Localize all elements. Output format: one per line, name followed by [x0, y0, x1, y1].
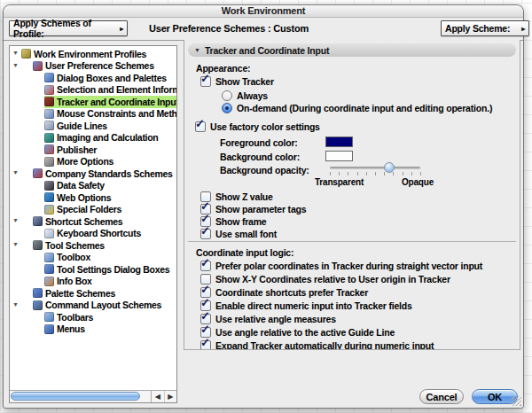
scroll-right-arrow-icon[interactable]: ▶: [164, 391, 177, 402]
background-color-label: Background color:: [220, 152, 300, 162]
tracker-coordinate-icon: [44, 97, 54, 106]
tree-item-command-layout-schemes[interactable]: ▼Command Layout Schemes: [10, 300, 176, 312]
checkbox-use-relative-angle-measures[interactable]: Use relative angle measures: [200, 314, 336, 324]
tree-item-tool-settings-dialog-boxes[interactable]: Tool Settings Dialog Boxes: [10, 263, 176, 276]
tree-item-toolbox[interactable]: Toolbox: [10, 252, 176, 264]
tree-item-web-options[interactable]: Web Options: [10, 191, 176, 204]
tree-item-special-folders[interactable]: Special Folders: [10, 204, 176, 216]
panel-header[interactable]: ▼ Tracker and Coordinate Input: [188, 43, 516, 57]
tree-item-label: Company Standards Schemes: [45, 168, 173, 179]
tree-item-tracker-and-coordinate-input[interactable]: Tracker and Coordinate Input: [10, 96, 176, 108]
tree-horizontal-scrollbar[interactable]: ◀ ▶: [10, 390, 176, 402]
tree-item-palette-schemes[interactable]: Palette Schemes: [10, 287, 176, 300]
radio-always[interactable]: Always: [222, 90, 268, 101]
toolbox-grid-icon: [44, 253, 54, 262]
resize-grip-icon[interactable]: [512, 396, 521, 406]
apply-schemes-of-profile-label: Apply Schemes of Profile:: [13, 18, 114, 39]
tree-item-data-safety[interactable]: Data Safety: [10, 180, 176, 192]
foreground-color-swatch[interactable]: [325, 136, 353, 147]
checkbox-use-factory-color-settings[interactable]: Use factory color settings: [195, 121, 320, 132]
checkbox-show-x-y-coordinates-relative-to-user-or[interactable]: Show X-Y Coordinates relative to User or…: [200, 274, 450, 284]
tree-item-mouse-constraints-and-methods[interactable]: Mouse Constraints and Methods: [10, 108, 176, 121]
checkbox-prefer-polar-coordinates-in-tracker-duri[interactable]: Prefer polar coordinates in Tracker duri…: [200, 261, 482, 271]
radio-icon[interactable]: [222, 90, 232, 101]
tree-item-label: Mouse Constraints and Methods: [57, 108, 176, 119]
checkbox-show-frame[interactable]: Show frame: [200, 216, 267, 227]
panel-title: Tracker and Coordinate Input: [205, 45, 329, 56]
tree-item-selection-and-element-information[interactable]: Selection and Element Information: [10, 84, 176, 97]
tool-schemes-icon: [33, 240, 43, 250]
apply-schemes-of-profile-button[interactable]: Apply Schemes of Profile: ▸: [9, 20, 128, 36]
command-layout-icon: [33, 300, 43, 310]
work-environment-dialog: Work Environment Apply Schemes of Profil…: [3, 4, 524, 409]
dialog-boxes-icon: [44, 73, 54, 82]
disclosure-triangle-icon[interactable]: ▼: [12, 241, 19, 247]
tree-item-publisher[interactable]: Publisher: [10, 144, 176, 156]
slider-tick-marks: [330, 172, 421, 175]
menus-icon: [44, 324, 54, 334]
tree-item-imaging-and-calculation[interactable]: Imaging and Calculation: [10, 132, 176, 144]
user-preference-icon: [33, 61, 43, 71]
checkbox-show-parameter-tags[interactable]: Show parameter tags: [200, 204, 306, 214]
special-folders-icon: [44, 205, 54, 214]
tree-item-label: Toolbox: [57, 252, 90, 262]
checkbox-icon[interactable]: [200, 261, 211, 271]
checkbox-icon[interactable]: [200, 229, 211, 239]
foreground-color-label: Foreground color:: [220, 137, 298, 148]
tree-item-label: Info Box: [57, 276, 92, 286]
scroll-left-arrow-icon[interactable]: ◀: [152, 391, 164, 402]
tree-item-label: Special Folders: [57, 204, 121, 214]
tree-item-label: More Options: [57, 156, 113, 167]
checkbox-expand-tracker-automatically-during-nume[interactable]: Expand Tracker automatically during nume…: [200, 340, 434, 350]
tree-item-label: Tool Schemes: [45, 240, 105, 251]
tree-item-keyboard-shortcuts[interactable]: Keyboard Shortcuts: [10, 228, 176, 240]
more-options-icon: [44, 157, 54, 167]
shortcut-schemes-icon: [33, 216, 43, 226]
tree-item-tool-schemes[interactable]: ▼Tool Schemes: [10, 239, 176, 252]
scheme-tree-panel: ▼Work Environment Profiles▼User Preferen…: [9, 45, 177, 403]
tree-item-guide-lines[interactable]: Guide Lines: [10, 120, 176, 132]
checkbox-show-z-value[interactable]: Show Z value: [200, 191, 273, 202]
disclosure-triangle-icon[interactable]: ▼: [12, 169, 19, 175]
coordinate-section-label: Coordinate input logic:: [196, 247, 293, 258]
apply-scheme-label: Apply Scheme:: [445, 23, 510, 34]
background-color-swatch[interactable]: [325, 151, 353, 161]
tree-item-user-preference-schemes[interactable]: ▼User Preference Schemes: [10, 60, 176, 73]
checkbox-coordinate-shortcuts-prefer-tracker[interactable]: Coordinate shortcuts prefer Tracker: [200, 287, 368, 298]
disclosure-triangle-icon[interactable]: ▼: [12, 50, 19, 56]
toolbars-icon: [44, 312, 54, 322]
tree-item-shortcut-schemes[interactable]: ▼Shortcut Schemes: [10, 215, 176, 228]
apply-scheme-button[interactable]: Apply Scheme: ▸: [441, 20, 529, 36]
tree-item-company-standards-schemes[interactable]: ▼Company Standards Schemes: [10, 168, 176, 180]
checkbox-use-angle-relative-to-the-active-guide-l[interactable]: Use angle relative to the active Guide L…: [200, 327, 395, 338]
tree-item-menus[interactable]: Menus: [10, 323, 176, 336]
radio-on-demand-during-coordin[interactable]: On-demand (During coordinate input and e…: [222, 103, 492, 113]
tree-item-work-environment-profiles[interactable]: ▼Work Environment Profiles: [10, 48, 176, 60]
transparent-label: Transparent: [315, 177, 364, 187]
cancel-button[interactable]: Cancel: [419, 389, 464, 404]
checkbox-icon[interactable]: [200, 76, 211, 87]
tree-item-more-options[interactable]: More Options: [10, 156, 176, 168]
section-divider: [188, 241, 516, 242]
tree-item-toolbars[interactable]: Toolbars: [10, 311, 176, 323]
tree-item-label: Menus: [57, 323, 85, 334]
profiles-monitor-icon: [21, 49, 31, 58]
checkbox-use-small-font[interactable]: Use small font: [200, 229, 277, 239]
radio-icon[interactable]: [222, 103, 232, 113]
web-globe-icon: [44, 192, 54, 202]
tree-item-label: Guide Lines: [57, 121, 107, 131]
checkbox-show-tracker[interactable]: Show Tracker: [200, 76, 274, 87]
tree-item-dialog-boxes-and-palettes[interactable]: Dialog Boxes and Palettes: [10, 72, 176, 84]
tree-item-label: Command Layout Schemes: [45, 300, 161, 310]
checkbox-icon[interactable]: [200, 340, 211, 350]
disclosure-triangle-icon[interactable]: ▼: [12, 217, 19, 223]
tool-settings-icon: [44, 264, 54, 274]
publisher-icon: [44, 144, 54, 154]
checkbox-enable-direct-numeric-input-into-tracker[interactable]: Enable direct numeric input into Tracker…: [200, 300, 412, 311]
checkbox-icon[interactable]: [195, 121, 206, 132]
tree-item-info-box[interactable]: Info Box: [10, 276, 176, 288]
scrollbar-thumb[interactable]: [11, 392, 140, 401]
disclosure-triangle-icon[interactable]: ▼: [12, 301, 19, 308]
disclosure-triangle-icon[interactable]: ▼: [12, 62, 19, 68]
opacity-slider[interactable]: [330, 167, 420, 169]
